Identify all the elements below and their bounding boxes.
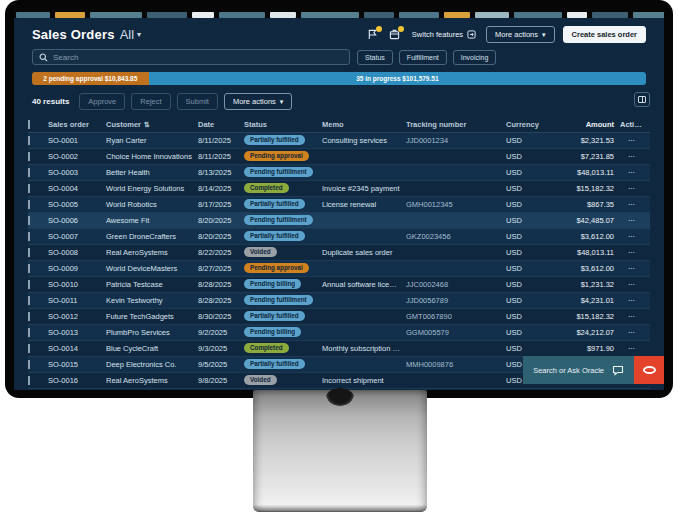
column-header-memo[interactable]: Memo — [322, 120, 406, 129]
customer-name: World Robotics — [106, 200, 198, 209]
row-checkbox[interactable] — [28, 216, 30, 225]
sales-order-id: SO-0009 — [48, 264, 106, 273]
row-actions-button[interactable]: ⋯ — [620, 200, 650, 209]
row-checkbox[interactable] — [28, 280, 30, 289]
column-header-date[interactable]: Date — [198, 120, 244, 129]
top-collage-strip — [14, 7, 664, 18]
table-row[interactable]: SO-0006 Awesome Fit 8/20/2025 Pending fu… — [28, 213, 650, 229]
table-row[interactable]: SO-0005 World Robotics 8/17/2025 Partial… — [28, 197, 650, 213]
row-checkbox[interactable] — [28, 360, 30, 369]
in-progress-segment[interactable]: 35 in progress $101,579.51 — [149, 72, 646, 85]
checkbox-cell — [28, 232, 48, 241]
status-badge: Pending fulfillment — [244, 295, 313, 305]
column-header-status[interactable]: Status — [244, 120, 322, 129]
row-checkbox[interactable] — [28, 248, 30, 257]
row-actions-button[interactable]: ⋯ — [620, 312, 650, 321]
column-header-tracking[interactable]: Tracking number — [406, 120, 506, 129]
chat-bubble-icon[interactable] — [612, 365, 624, 376]
row-actions-button[interactable]: ⋯ — [620, 184, 650, 193]
select-all-checkbox[interactable] — [28, 120, 30, 129]
row-checkbox[interactable] — [28, 184, 30, 193]
table-row[interactable]: SO-0002 Choice Home Innovations 8/11/202… — [28, 149, 650, 165]
filter-chip-status[interactable]: Status — [357, 50, 393, 65]
customer-name: World Energy Solutions — [106, 184, 198, 193]
row-actions-button[interactable]: ⋯ — [620, 280, 650, 289]
search-box[interactable] — [32, 49, 350, 65]
column-header-currency[interactable]: Currency — [506, 120, 550, 129]
table-row[interactable]: SO-0007 Green DroneCrafters 8/20/2025 Pa… — [28, 229, 650, 245]
amount: $971.90 — [550, 344, 620, 353]
oracle-assistant-button[interactable] — [634, 356, 664, 384]
row-actions-button[interactable]: ⋯ — [620, 136, 650, 145]
currency: USD — [506, 232, 550, 241]
table-row[interactable]: SO-0010 Patricia Testcase 8/28/2025 Pend… — [28, 277, 650, 293]
pending-approval-segment[interactable]: 2 pending approval $10,843.85 — [32, 72, 149, 85]
tracking-number: JJD0056789 — [406, 296, 506, 305]
column-header-customer[interactable]: Customer⇅ — [106, 120, 198, 129]
column-settings-button[interactable] — [634, 92, 650, 107]
switch-features-label: Switch features — [412, 30, 463, 39]
row-actions-button[interactable]: ⋯ — [620, 168, 650, 177]
table-row[interactable]: SO-0013 PlumbPro Services 9/2/2025 Pendi… — [28, 325, 650, 341]
reject-button[interactable]: Reject — [131, 93, 170, 110]
row-actions-button[interactable]: ⋯ — [620, 248, 650, 257]
filter-chip-fulfillment[interactable]: Fulfillment — [399, 50, 447, 65]
customer-name: Choice Home Innovations — [106, 152, 198, 161]
customer-name: Deep Electronics Co. — [106, 360, 198, 369]
table-row[interactable]: SO-0012 Future TechGadgets 8/30/2025 Par… — [28, 309, 650, 325]
row-checkbox[interactable] — [28, 344, 30, 353]
table-row[interactable]: SO-0014 Blue CycleCraft 9/3/2025 Complet… — [28, 341, 650, 357]
sales-order-id: SO-0015 — [48, 360, 106, 369]
table-row[interactable]: SO-0011 Kevin Testworthy 8/28/2025 Pendi… — [28, 293, 650, 309]
oracle-logo-icon — [643, 366, 656, 374]
chevron-down-icon[interactable]: ▾ — [137, 30, 141, 39]
table-row[interactable]: SO-0008 Real AeroSystems 8/22/2025 Voide… — [28, 245, 650, 261]
column-header-sales-order[interactable]: Sales order — [48, 120, 106, 129]
row-checkbox[interactable] — [28, 200, 30, 209]
row-checkbox[interactable] — [28, 328, 30, 337]
tasks-box-icon[interactable] — [388, 28, 402, 42]
order-date: 8/28/2025 — [198, 296, 244, 305]
row-actions-button[interactable]: ⋯ — [620, 344, 650, 353]
row-actions-button[interactable]: ⋯ — [620, 296, 650, 305]
row-checkbox[interactable] — [28, 312, 30, 321]
table-row[interactable]: SO-0009 World DeviceMasters 8/27/2025 Pe… — [28, 261, 650, 277]
memo: Consulting services — [322, 136, 406, 145]
table-row[interactable]: SO-0004 World Energy Solutions 8/14/2025… — [28, 181, 650, 197]
row-actions-button[interactable]: ⋯ — [620, 328, 650, 337]
search-input[interactable] — [53, 53, 343, 62]
table-row[interactable]: SO-0001 Ryan Carter 8/11/2025 Partially … — [28, 133, 650, 149]
assistant-search[interactable]: Search or Ask Oracle — [523, 356, 634, 384]
checkbox-cell — [28, 184, 48, 193]
status-cell: Pending fulfillment — [244, 295, 322, 307]
row-checkbox[interactable] — [28, 376, 30, 385]
row-checkbox[interactable] — [28, 168, 30, 177]
checkbox-cell — [28, 152, 48, 161]
scope-selector[interactable]: All — [120, 27, 134, 42]
table-row[interactable]: SO-0003 Better Health 8/13/2025 Pending … — [28, 165, 650, 181]
row-actions-button[interactable]: ⋯ — [620, 232, 650, 241]
column-header-amount[interactable]: Amount — [550, 120, 620, 129]
monitor-stand-notch — [326, 388, 354, 406]
more-actions-button[interactable]: More actions ▾ — [486, 26, 554, 43]
row-actions-button[interactable]: ⋯ — [620, 152, 650, 161]
filter-chip-invoicing[interactable]: Invoicing — [453, 50, 497, 65]
create-sales-order-button[interactable]: Create sales order — [563, 26, 646, 43]
row-checkbox[interactable] — [28, 264, 30, 273]
row-checkbox[interactable] — [28, 232, 30, 241]
switch-features-button[interactable]: Switch features — [410, 26, 478, 43]
table-more-actions-button[interactable]: More actions ▾ — [224, 93, 292, 110]
row-checkbox[interactable] — [28, 296, 30, 305]
memo: Monthly subscription fee — [322, 344, 406, 353]
columns-icon — [638, 96, 646, 103]
row-actions-button[interactable]: ⋯ — [620, 216, 650, 225]
status-cell: Partially fulfilled — [244, 231, 322, 243]
order-date: 9/3/2025 — [198, 344, 244, 353]
sort-icon[interactable]: ⇅ — [144, 121, 150, 128]
announcements-flag-icon[interactable] — [366, 28, 380, 42]
submit-button[interactable]: Submit — [177, 93, 218, 110]
row-actions-button[interactable]: ⋯ — [620, 264, 650, 273]
row-checkbox[interactable] — [28, 152, 30, 161]
row-checkbox[interactable] — [28, 136, 30, 145]
approve-button[interactable]: Approve — [79, 93, 125, 110]
